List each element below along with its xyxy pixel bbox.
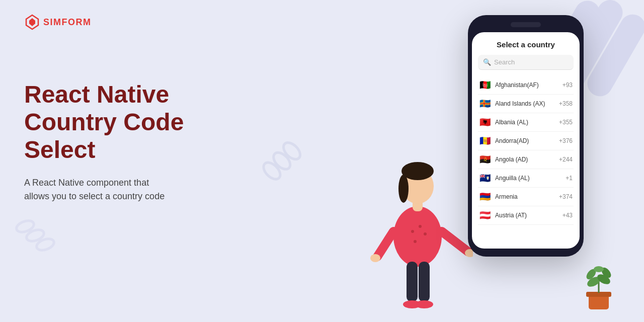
svg-point-10 (271, 149, 293, 172)
country-item[interactable]: 🇦🇩Andorra(AD)+376 (478, 132, 574, 150)
svg-point-18 (398, 175, 409, 203)
flag-emoji: 🇦🇩 (479, 135, 491, 146)
flag-emoji: 🇦🇲 (479, 191, 491, 202)
logo-text: SIMFORM (43, 17, 92, 28)
simform-logo-icon (24, 14, 40, 30)
country-dial-code: +374 (559, 193, 573, 200)
screen-title: Select a country (478, 40, 574, 49)
country-name: Armenia (495, 193, 555, 200)
svg-point-26 (415, 300, 433, 308)
country-name: Albania (AL) (495, 119, 555, 126)
country-item[interactable]: 🇦🇹Austria (AT)+43 (478, 206, 574, 225)
country-item[interactable]: 🇦🇱Albania (AL)+355 (478, 113, 574, 132)
phone-mockup: Select a country 🔍 Search 🇦🇫Afghanistan(… (468, 15, 584, 257)
svg-rect-23 (407, 262, 418, 302)
svg-point-30 (414, 240, 417, 243)
country-dial-code: +43 (562, 212, 573, 219)
country-dial-code: +376 (559, 137, 573, 144)
country-item[interactable]: 🇦🇴Angola (AD)+244 (478, 150, 574, 169)
svg-marker-13 (29, 18, 35, 26)
svg-point-27 (411, 230, 414, 233)
flag-emoji: 🇦🇽 (479, 98, 491, 109)
flag-emoji: 🇦🇹 (479, 210, 491, 221)
country-dial-code: +1 (566, 175, 573, 182)
country-name: Anguilla (AL) (495, 175, 561, 182)
flag-emoji: 🇦🇴 (479, 154, 491, 165)
country-dial-code: +358 (559, 100, 573, 107)
country-list: 🇦🇫Afghanistan(AF)+93🇦🇽Aland Islands (AX)… (478, 76, 574, 225)
country-dial-code: +244 (559, 156, 573, 163)
svg-line-19 (442, 231, 468, 252)
country-item[interactable]: 🇦🇲Armenia+374 (478, 188, 574, 206)
header: SIMFORM (24, 14, 92, 30)
phone-screen: Select a country 🔍 Search 🇦🇫Afghanistan(… (472, 32, 580, 249)
country-item[interactable]: 🇦🇫Afghanistan(AF)+93 (478, 76, 574, 95)
search-placeholder: Search (494, 58, 515, 66)
country-dial-code: +355 (559, 119, 573, 126)
character-illustration (362, 80, 473, 322)
svg-point-7 (25, 227, 46, 243)
search-bar[interactable]: 🔍 Search (478, 55, 574, 70)
country-name: Afghanistan(AF) (495, 82, 558, 89)
svg-point-28 (419, 225, 422, 228)
svg-point-29 (424, 232, 427, 235)
svg-point-8 (35, 236, 56, 252)
flag-emoji: 🇦🇱 (479, 117, 491, 128)
plant-decoration (579, 262, 619, 312)
country-item[interactable]: 🇦🇮Anguilla (AL)+1 (478, 169, 574, 188)
svg-point-11 (261, 159, 283, 182)
country-dial-code: +93 (562, 82, 573, 89)
flag-emoji: 🇦🇮 (479, 173, 491, 184)
phone-notch (511, 22, 541, 27)
flag-emoji: 🇦🇫 (479, 79, 491, 91)
svg-point-6 (15, 218, 36, 234)
svg-rect-24 (419, 262, 430, 302)
country-item[interactable]: 🇦🇽Aland Islands (AX)+358 (478, 95, 574, 113)
search-icon: 🔍 (483, 58, 491, 66)
hero-subtitle: A React Native component thatallows you … (24, 176, 251, 203)
hero-title: React Native Country Code Select (24, 80, 251, 164)
svg-point-14 (393, 206, 442, 267)
country-name: Aland Islands (AX) (495, 100, 555, 107)
svg-point-9 (280, 139, 303, 162)
country-name: Austria (AT) (495, 212, 558, 219)
svg-rect-2 (583, 10, 644, 101)
hero-content: React Native Country Code Select A React… (24, 80, 251, 203)
svg-point-22 (370, 254, 380, 262)
country-name: Angola (AD) (495, 156, 555, 163)
svg-point-38 (594, 266, 604, 272)
country-name: Andorra(AD) (495, 137, 555, 144)
svg-line-21 (377, 231, 393, 257)
